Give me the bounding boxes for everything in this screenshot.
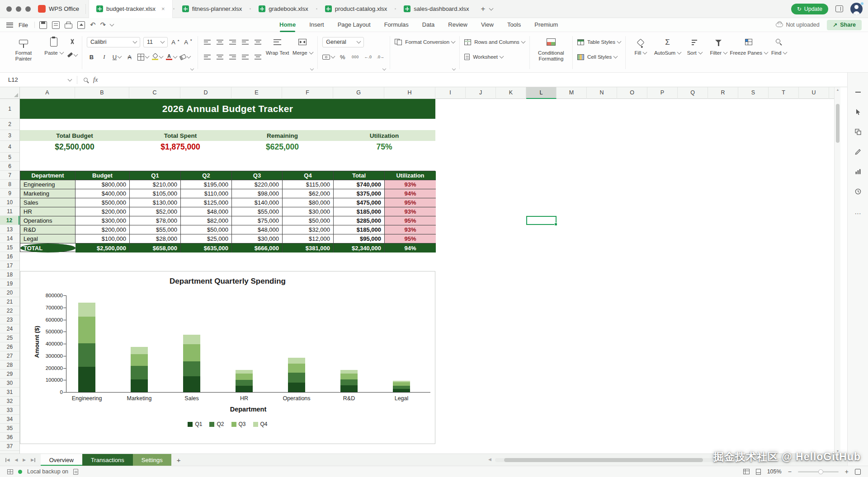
table-cell[interactable]: $800,000 <box>75 180 130 189</box>
table-cell[interactable]: $110,000 <box>181 189 232 198</box>
row-header-12[interactable]: 12 <box>0 216 19 225</box>
italic-button[interactable]: I <box>99 52 109 62</box>
ribbon-tab-formulas[interactable]: Formulas <box>384 18 409 32</box>
column-header-K[interactable]: K <box>496 87 526 99</box>
table-cell[interactable]: $30,000 <box>283 207 334 216</box>
row-header-6[interactable]: 6 <box>0 162 19 171</box>
table-cell[interactable]: $300,000 <box>75 216 130 225</box>
normal-view-icon[interactable] <box>743 469 750 474</box>
ribbon-tab-tools[interactable]: Tools <box>507 18 521 32</box>
row-header-30[interactable]: 30 <box>0 379 19 388</box>
table-cell[interactable]: $50,000 <box>283 216 334 225</box>
row-header-31[interactable]: 31 <box>0 388 19 397</box>
tab-list-chevron-icon[interactable] <box>489 6 494 10</box>
row-header-16[interactable]: 16 <box>0 252 19 261</box>
freeze-panes-button[interactable]: Freeze Panes <box>732 34 765 71</box>
table-cell[interactable]: $658,000 <box>130 243 181 253</box>
summary-value-cell[interactable]: $1,875,000 <box>129 141 231 153</box>
comma-format-button[interactable]: 000 <box>350 52 360 62</box>
row-header-24[interactable]: 24 <box>0 324 19 333</box>
add-sheet-button[interactable]: + <box>171 456 186 464</box>
row-header-20[interactable]: 20 <box>0 288 19 297</box>
table-cell[interactable]: $100,000 <box>75 234 130 243</box>
last-sheet-icon[interactable]: ▶ <box>31 458 35 462</box>
vertical-scrollbar[interactable]: ▲ ▼ <box>834 87 840 454</box>
table-cell[interactable]: 94% <box>385 243 436 253</box>
align-middle-button[interactable] <box>215 37 225 47</box>
table-cell[interactable]: $80,000 <box>283 198 334 207</box>
row-header-35[interactable]: 35 <box>0 424 19 433</box>
row-header-34[interactable]: 34 <box>0 415 19 424</box>
table-cell[interactable]: R&D <box>20 225 75 234</box>
font-size-select[interactable]: 11 <box>143 37 168 47</box>
cut-button[interactable] <box>67 37 77 46</box>
bold-button[interactable]: B <box>87 52 96 62</box>
table-cell[interactable]: $635,000 <box>181 243 232 253</box>
doc-tab[interactable]: budget-tracker.xlsx× <box>89 0 173 18</box>
font-dialog-launcher[interactable] <box>190 67 194 70</box>
justify-button[interactable] <box>241 52 250 62</box>
column-header-O[interactable]: O <box>617 87 647 99</box>
wrap-text-button[interactable]: Wrap Text <box>266 34 289 71</box>
row-header-32[interactable]: 32 <box>0 397 19 406</box>
column-header-R[interactable]: R <box>708 87 738 99</box>
table-cell[interactable]: $475,000 <box>334 198 385 207</box>
currency-format-button[interactable] <box>322 52 335 62</box>
spending-chart[interactable]: Department Quarterly SpendingAmount ($)0… <box>20 271 435 444</box>
conversion-dialog-launcher[interactable] <box>452 67 456 70</box>
print-preview-icon[interactable] <box>52 21 60 29</box>
ribbon-tab-page-layout[interactable]: Page Layout <box>338 18 371 32</box>
table-cell[interactable]: 94% <box>385 189 436 198</box>
table-cell[interactable]: $48,000 <box>181 207 232 216</box>
row-header-29[interactable]: 29 <box>0 369 19 379</box>
hamburger-menu-icon[interactable] <box>6 23 13 28</box>
scroll-left-icon[interactable]: ◀ <box>488 457 491 462</box>
format-conversion-button[interactable]: Format Conversion <box>405 39 455 45</box>
select-all-corner[interactable] <box>0 87 20 99</box>
edit-pen-icon[interactable] <box>854 148 862 156</box>
autosum-button[interactable]: Σ AutoSum <box>654 34 681 71</box>
table-cell[interactable]: $400,000 <box>75 189 130 198</box>
wps-home-button[interactable]: WPS Office <box>36 4 86 14</box>
align-bottom-button[interactable] <box>228 37 237 47</box>
table-cell[interactable]: $52,000 <box>130 207 181 216</box>
find-button[interactable]: Find <box>769 34 789 71</box>
sheet-tab-settings[interactable]: Settings <box>133 454 171 466</box>
fill-button[interactable]: Fill <box>630 34 651 71</box>
table-cell[interactable]: $78,000 <box>130 216 181 225</box>
summary-value-cell[interactable]: $625,000 <box>231 141 333 153</box>
table-cell[interactable]: $200,000 <box>75 225 130 234</box>
grid-canvas[interactable]: 2026 Annual Budget TrackerTotal Budget$2… <box>0 87 834 454</box>
row-header-27[interactable]: 27 <box>0 351 19 360</box>
doc-tab[interactable]: gradebook.xlsx <box>251 0 315 18</box>
align-left-button[interactable] <box>203 52 212 62</box>
summary-value-cell[interactable]: 75% <box>333 141 435 153</box>
table-cell[interactable]: $666,000 <box>232 243 283 253</box>
undo-icon[interactable]: ↶ <box>90 21 96 29</box>
vertical-scrollbar-thumb[interactable] <box>836 104 840 143</box>
shapes-icon[interactable] <box>854 128 862 136</box>
table-cell[interactable]: $130,000 <box>130 198 181 207</box>
table-cell[interactable]: 93% <box>385 180 436 189</box>
print-icon[interactable] <box>65 23 72 28</box>
row-header-7[interactable]: 7 <box>0 171 19 180</box>
table-cell[interactable]: Sales <box>20 198 75 207</box>
fullscreen-icon[interactable] <box>855 469 861 475</box>
row-header-10[interactable]: 10 <box>0 198 19 207</box>
table-cell[interactable]: 95% <box>385 216 436 225</box>
table-cell[interactable]: $25,000 <box>181 234 232 243</box>
row-header-21[interactable]: 21 <box>0 297 19 306</box>
summary-label-cell[interactable]: Total Budget <box>20 130 129 141</box>
ribbon-tab-view[interactable]: View <box>481 18 494 32</box>
table-cell[interactable]: 95% <box>385 198 436 207</box>
horizontal-scrollbar-thumb[interactable] <box>504 458 703 462</box>
cell-styles-button[interactable]: Cell Styles <box>587 54 617 60</box>
table-cell[interactable]: $48,000 <box>232 225 283 234</box>
ribbon-tab-data[interactable]: Data <box>422 18 434 32</box>
name-box[interactable]: L12 <box>0 73 77 87</box>
table-cell[interactable]: $140,000 <box>232 198 283 207</box>
table-cell[interactable]: $75,000 <box>232 216 283 225</box>
number-dialog-launcher[interactable] <box>382 67 386 70</box>
zoom-slider-thumb[interactable] <box>818 469 823 474</box>
new-document-tab-button[interactable]: + <box>476 5 490 14</box>
